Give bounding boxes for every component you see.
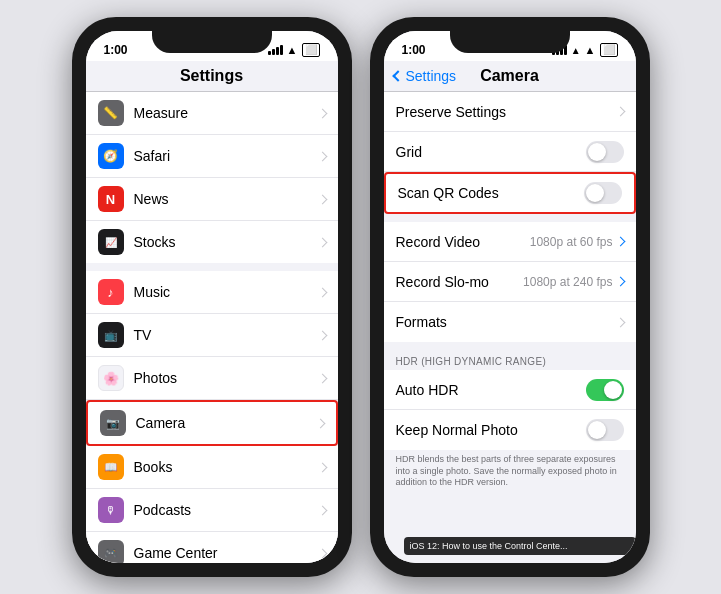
settings-title: Settings	[180, 67, 243, 85]
time-2: 1:00	[402, 43, 426, 57]
grid-label: Grid	[396, 144, 586, 160]
row-keep-normal[interactable]: Keep Normal Photo	[384, 410, 636, 450]
chevron-books	[317, 462, 327, 472]
nav-bar-camera: Settings Camera	[384, 61, 636, 92]
row-photos[interactable]: 🌸 Photos	[86, 357, 338, 400]
record-slo-mo-label: Record Slo-mo	[396, 274, 524, 290]
row-preserve[interactable]: Preserve Settings	[384, 92, 636, 132]
chevron-preserve	[615, 107, 625, 117]
back-chevron	[392, 70, 403, 81]
camera-section-3: HDR (HIGH DYNAMIC RANGE) Auto HDR Keep N…	[384, 350, 636, 450]
record-video-label: Record Video	[396, 234, 530, 250]
battery-icon: ⬜	[302, 43, 320, 57]
hdr-section-label: HDR (HIGH DYNAMIC RANGE)	[384, 350, 636, 370]
row-record-video[interactable]: Record Video 1080p at 60 fps	[384, 222, 636, 262]
chevron-camera	[315, 418, 325, 428]
gamecenter-icon: 🎮	[98, 540, 124, 563]
row-podcasts[interactable]: 🎙 Podcasts	[86, 489, 338, 532]
formats-label: Formats	[396, 314, 617, 330]
notch	[152, 31, 272, 53]
wifi-icon: ▲	[287, 44, 298, 56]
auto-hdr-toggle[interactable]	[586, 379, 624, 401]
camera-nav-title: Camera	[480, 67, 539, 85]
keep-normal-toggle-knob	[588, 421, 606, 439]
camera-section-1: Preserve Settings Grid Scan QR Codes	[384, 92, 636, 214]
settings-screen: 1:00 ▲ ⬜ Settings 📏	[86, 31, 338, 563]
battery-icon-2: ⬜	[600, 43, 618, 57]
preserve-label: Preserve Settings	[396, 104, 617, 120]
measure-label: Measure	[134, 105, 319, 121]
tooltip-bar[interactable]: iOS 12: How to use the Control Cente...	[404, 537, 636, 555]
camera-settings-list: Preserve Settings Grid Scan QR Codes	[384, 92, 636, 563]
books-label: Books	[134, 459, 319, 475]
chevron-record-video	[615, 237, 625, 247]
back-button[interactable]: Settings	[394, 68, 457, 84]
tv-icon: 📺	[98, 322, 124, 348]
section-2: ♪ Music 📺 TV 🌸 Photos	[86, 271, 338, 563]
auto-hdr-label: Auto HDR	[396, 382, 586, 398]
camera-label: Camera	[136, 415, 317, 431]
grid-toggle[interactable]	[586, 141, 624, 163]
podcasts-label: Podcasts	[134, 502, 319, 518]
gamecenter-label: Game Center	[134, 545, 319, 561]
row-camera[interactable]: 📷 Camera	[86, 400, 338, 446]
nav-bar-settings: Settings	[86, 61, 338, 92]
books-icon: 📖	[98, 454, 124, 480]
row-record-slo-mo[interactable]: Record Slo-mo 1080p at 240 fps	[384, 262, 636, 302]
scan-qr-label: Scan QR Codes	[398, 185, 584, 201]
camera-screen: 1:00 ▲ ▲ ⬜ Settings Camera	[384, 31, 636, 563]
grid-toggle-knob	[588, 143, 606, 161]
stocks-label: Stocks	[134, 234, 319, 250]
row-auto-hdr[interactable]: Auto HDR	[384, 370, 636, 410]
row-news[interactable]: N News	[86, 178, 338, 221]
music-icon: ♪	[98, 279, 124, 305]
row-books[interactable]: 📖 Books	[86, 446, 338, 489]
music-label: Music	[134, 284, 319, 300]
row-grid[interactable]: Grid	[384, 132, 636, 172]
row-gamecenter[interactable]: 🎮 Game Center	[86, 532, 338, 563]
phone-settings: 1:00 ▲ ⬜ Settings 📏	[72, 17, 352, 577]
camera-section-2: Record Video 1080p at 60 fps Record Slo-…	[384, 222, 636, 342]
keep-normal-toggle[interactable]	[586, 419, 624, 441]
row-music[interactable]: ♪ Music	[86, 271, 338, 314]
row-scan-qr[interactable]: Scan QR Codes	[384, 172, 636, 214]
settings-list: 📏 Measure 🧭 Safari N News	[86, 92, 338, 563]
time-1: 1:00	[104, 43, 128, 57]
scan-qr-toggle[interactable]	[584, 182, 622, 204]
safari-icon: 🧭	[98, 143, 124, 169]
row-safari[interactable]: 🧭 Safari	[86, 135, 338, 178]
podcasts-icon: 🎙	[98, 497, 124, 523]
auto-hdr-toggle-knob	[604, 381, 622, 399]
wifi-icon-2: ▲	[585, 44, 596, 56]
section-1: 📏 Measure 🧭 Safari N News	[86, 92, 338, 263]
safari-label: Safari	[134, 148, 319, 164]
location-icon: ▲	[571, 45, 581, 56]
chevron-safari	[317, 151, 327, 161]
record-slo-mo-value: 1080p at 240 fps	[523, 275, 612, 289]
chevron-photos	[317, 373, 327, 383]
row-measure[interactable]: 📏 Measure	[86, 92, 338, 135]
signal-icon	[268, 45, 283, 55]
chevron-record-slo-mo	[615, 277, 625, 287]
keep-normal-label: Keep Normal Photo	[396, 422, 586, 438]
row-stocks[interactable]: 📈 Stocks	[86, 221, 338, 263]
chevron-formats	[615, 317, 625, 327]
tv-label: TV	[134, 327, 319, 343]
hdr-description: HDR blends the best parts of three separ…	[384, 450, 636, 495]
photos-icon: 🌸	[98, 365, 124, 391]
chevron-news	[317, 194, 327, 204]
chevron-measure	[317, 108, 327, 118]
record-video-value: 1080p at 60 fps	[530, 235, 613, 249]
news-label: News	[134, 191, 319, 207]
chevron-tv	[317, 330, 327, 340]
row-formats[interactable]: Formats	[384, 302, 636, 342]
photos-label: Photos	[134, 370, 319, 386]
chevron-stocks	[317, 237, 327, 247]
news-icon: N	[98, 186, 124, 212]
row-tv[interactable]: 📺 TV	[86, 314, 338, 357]
status-icons-1: ▲ ⬜	[268, 43, 320, 57]
back-label: Settings	[406, 68, 457, 84]
camera-icon: 📷	[100, 410, 126, 436]
chevron-music	[317, 287, 327, 297]
stocks-icon: 📈	[98, 229, 124, 255]
